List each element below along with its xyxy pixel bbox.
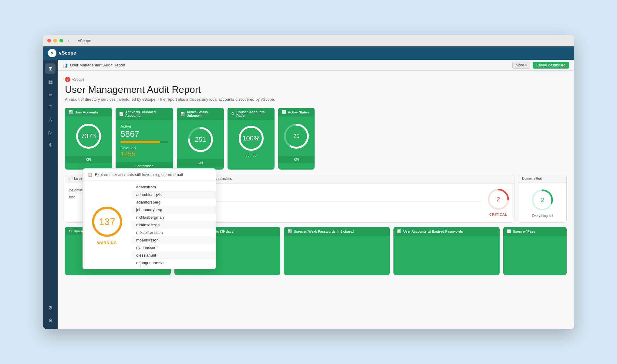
bottom-card-5[interactable]: 📊 Users w/ Pass <box>503 227 567 275</box>
user-accounts-header: 📊 User Accounts <box>65 108 112 116</box>
floating-panel: 📋 Expired user accounts still have a reg… <box>83 168 216 269</box>
everything-gauge: 2 <box>530 188 555 212</box>
user-accounts-value: 7373 <box>81 132 96 140</box>
more-button[interactable]: More ▾ <box>512 62 530 69</box>
panel-user-1[interactable]: adamblomqvist <box>131 191 216 198</box>
bar4-icon: 📊 <box>288 229 292 233</box>
panel-gauge-area: 137 WARNING <box>83 181 131 269</box>
domains-gauge-area: 2 CRITICAL <box>486 187 511 216</box>
maximize-button[interactable] <box>59 39 63 42</box>
everything-fine-card[interactable]: Domains that 2 Everything is f <box>518 174 567 223</box>
sidebar: ⊞ ▦ ⊟ □ △ ▷ ＄ ⚙ ⚙ <box>43 60 58 329</box>
active-status-card[interactable]: 📊 Active Status 25 <box>278 108 315 170</box>
bottom-card-4[interactable]: 📊 User Accounts w/ Expired Passwords <box>393 227 499 275</box>
sidebar-item-settings-top[interactable]: ⚙ <box>45 302 56 313</box>
sidebar-item-dashboard[interactable]: ▦ <box>45 76 56 86</box>
sidebar-item-settings-bottom[interactable]: ⚙ <box>45 315 56 325</box>
panel-user-3[interactable]: johannanyberg <box>131 206 216 214</box>
active-status-body: 25 <box>278 116 315 156</box>
unused-ratio-header: ⏱ Unused Accounts Ratio <box>228 108 275 120</box>
sidebar-item-reports[interactable]: ⊞ <box>45 63 56 74</box>
app-window: ‹ vScope v vScope ⊞ ▦ ⊟ □ △ ▷ ＄ ⚙ ⚙ 📊 Us… <box>43 35 574 329</box>
active-disabled-body: Active 5867 Disabled 1255 <box>116 120 173 162</box>
breadcrumb-text: User Management Audit Report <box>70 63 125 67</box>
vscope-icon: v <box>65 77 70 82</box>
breadcrumb-actions: More ▾ Create dashboard <box>512 62 569 69</box>
unused-ratio-body: 100% 65 / 65 <box>228 120 275 162</box>
panel-user-9[interactable]: olessiahunt <box>131 251 216 259</box>
disabled-label: Disabled <box>120 146 136 150</box>
window-title: vScope <box>78 39 91 43</box>
panel-user-5[interactable]: nicklasolsson <box>131 221 216 229</box>
active-label: Active <box>120 124 131 129</box>
unused-ratio-card[interactable]: ⏱ Unused Accounts Ratio 100% <box>228 108 275 170</box>
active-disabled-header: 📈 Active vs. Disabled Accounts <box>116 108 173 120</box>
bar2-icon: 📊 <box>282 110 286 114</box>
active-status-gauge: 25 <box>283 123 310 150</box>
sidebar-item-inventory[interactable]: ⊟ <box>45 89 56 99</box>
panel-user-8[interactable]: olahansson <box>131 244 216 251</box>
bar-icon: 📊 <box>180 112 185 116</box>
report-title: User Management Audit Report <box>65 84 567 95</box>
disabled-value: 1255 <box>120 150 135 158</box>
active-value: 5867 <box>120 129 139 139</box>
report-header: v vScope User Management Audit Report An… <box>65 77 567 102</box>
active-status-footer: KPI <box>278 156 315 163</box>
breadcrumb-icon: 📊 <box>62 63 68 68</box>
minimize-button[interactable] <box>53 39 57 42</box>
domains-gauge-value: 2 <box>497 196 500 203</box>
panel-user-4[interactable]: nicklasbergman <box>131 214 216 221</box>
comparison-bar-fill <box>120 141 160 143</box>
chart-icon: 📈 <box>119 112 123 116</box>
back-button[interactable]: ‹ <box>68 38 69 43</box>
create-dashboard-button[interactable]: Create dashboard <box>533 62 569 69</box>
report-description: An audit of directory services inventori… <box>65 97 567 102</box>
bottom-card-4-body <box>393 236 499 275</box>
panel-user-10[interactable]: orjangunnarsson <box>131 259 216 267</box>
sidebar-item-play[interactable]: ▷ <box>45 127 56 137</box>
domains-gauge: 2 <box>486 187 511 211</box>
bottom-card-4-header: 📊 User Accounts w/ Expired Passwords <box>393 227 499 236</box>
user-accounts-footer: KPI <box>65 156 112 163</box>
logo-icon: v <box>48 49 56 57</box>
bottom-card-5-body <box>503 236 567 275</box>
logo-text: vScope <box>59 50 76 56</box>
everything-status: Everything is f <box>532 214 553 217</box>
user-accounts-body: 7373 <box>65 116 112 156</box>
floating-panel-content: 137 WARNING adamstrom adamblomqvist adam… <box>83 181 216 269</box>
logo[interactable]: v vScope <box>48 49 76 57</box>
panel-table-icon: 📋 <box>88 172 93 177</box>
panel-status: WARNING <box>97 241 117 245</box>
cards-row-1: 📊 User Accounts 7373 <box>65 108 567 170</box>
active-unknown-card[interactable]: 📊 Active Status Unknown 251 <box>177 108 224 170</box>
bar5-icon: 📊 <box>397 229 401 233</box>
user-accounts-card[interactable]: 📊 User Accounts 7373 <box>65 108 112 170</box>
active-status-header: 📊 Active Status <box>278 108 315 116</box>
clock-icon: ⏱ <box>231 112 234 116</box>
unused-ratio-sub: 65 / 65 <box>245 153 257 157</box>
breadcrumb-bar: 📊 User Management Audit Report More ▾ Cr… <box>58 60 574 71</box>
active-unknown-header: 📊 Active Status Unknown <box>177 108 224 120</box>
report-brand-text: vScope <box>72 77 84 82</box>
sidebar-item-billing[interactable]: ＄ <box>45 140 56 150</box>
panel-user-7[interactable]: moaeriksson <box>131 236 216 244</box>
bottom-card-3-header: 📊 Users w/ Weak Passwords (< 8 chars.) <box>284 227 390 236</box>
panel-user-6[interactable]: mikaelfransson <box>131 229 216 236</box>
user-accounts-gauge: 7373 <box>75 123 102 150</box>
topnav: v vScope <box>43 46 574 60</box>
unused-ratio-value: 100% <box>242 134 259 142</box>
panel-user-list: adamstrom adamblomqvist adamforsberg joh… <box>131 181 216 269</box>
report-brand: v vScope <box>65 77 567 82</box>
active-status-value: 25 <box>293 133 299 140</box>
bottom-card-3[interactable]: 📊 Users w/ Weak Passwords (< 8 chars.) <box>284 227 390 275</box>
active-unknown-footer: KPI <box>177 159 224 167</box>
floating-panel-header: 📋 Expired user accounts still have a reg… <box>83 169 216 181</box>
close-button[interactable] <box>47 39 51 42</box>
floating-panel-title: Expired user accounts still have a regis… <box>95 172 183 177</box>
domains-status: CRITICAL <box>489 213 507 216</box>
panel-user-0[interactable]: adamstrom <box>131 183 216 191</box>
sidebar-item-alerts[interactable]: △ <box>45 114 56 125</box>
sidebar-item-assets[interactable]: □ <box>45 102 56 112</box>
panel-user-2[interactable]: adamforsberg <box>131 198 216 206</box>
active-disabled-card[interactable]: 📈 Active vs. Disabled Accounts Active 58… <box>116 108 173 170</box>
